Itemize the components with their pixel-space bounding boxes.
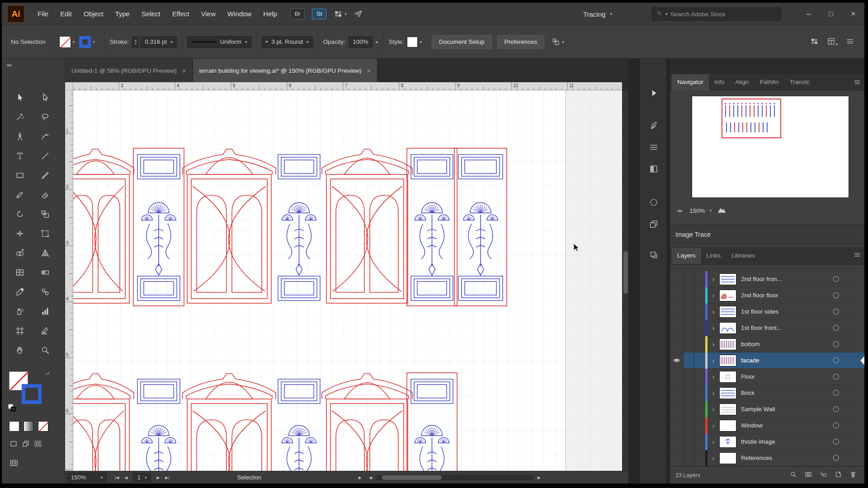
document-canvas[interactable] [73, 90, 622, 471]
layer-name[interactable]: References [741, 455, 833, 461]
first-artboard-button[interactable]: |◀ [115, 475, 119, 480]
layer-target-icon[interactable] [833, 455, 839, 461]
free-transform-tool[interactable] [36, 225, 55, 242]
navigator-proxy-preview[interactable] [692, 96, 849, 198]
collapsed-panel-gradient[interactable] [640, 160, 667, 178]
scroll-left-button[interactable]: ◀ [369, 475, 372, 480]
visibility-toggle[interactable] [670, 401, 684, 418]
layer-target-icon[interactable] [833, 357, 839, 363]
expand-chevron-icon[interactable]: › [708, 292, 719, 299]
chevron-down-icon[interactable]: ▾ [73, 40, 75, 44]
layer-thumbnail[interactable] [719, 355, 736, 366]
layer-target-icon[interactable] [833, 439, 839, 445]
lock-toggle[interactable] [684, 369, 694, 385]
collapsed-panel-brushes[interactable] [640, 117, 667, 135]
app-logo[interactable]: Ai [7, 5, 24, 23]
brush-definition-select[interactable]: • 3 pt. Round ▾ [262, 36, 313, 48]
layers-panel-menu-icon[interactable] [854, 251, 861, 260]
document-layout-icon[interactable]: ▾ [827, 37, 838, 47]
slice-tool[interactable] [36, 322, 55, 339]
adobe-stock-search[interactable]: ▾ [652, 7, 781, 21]
layer-target-icon[interactable] [833, 390, 839, 396]
lock-toggle[interactable] [684, 401, 694, 418]
stroke-color-swatch[interactable] [79, 36, 91, 48]
ruler-origin-corner[interactable] [65, 82, 73, 90]
layer-thumbnail[interactable] [719, 306, 736, 318]
make-clipping-mask-button[interactable] [804, 470, 812, 480]
layer-target-icon[interactable] [833, 276, 839, 282]
type-tool[interactable] [10, 147, 29, 164]
collapsed-panel-appearance[interactable] [640, 215, 667, 233]
menu-select[interactable]: Select [136, 3, 166, 25]
menu-edit[interactable]: Edit [54, 3, 78, 25]
magic-wand-tool[interactable] [10, 108, 29, 125]
pen-tool[interactable] [10, 128, 29, 145]
create-sublayer-button[interactable] [819, 470, 827, 480]
layer-row-1st-floor-front[interactable]: ›1st floor front... [670, 320, 864, 336]
layer-row-window[interactable]: ›Window [670, 418, 864, 434]
lock-toggle[interactable] [684, 450, 694, 466]
layers-tab-links[interactable]: Links [701, 248, 726, 264]
navigator-tab-navigator[interactable]: Navigator [672, 74, 709, 90]
expand-chevron-icon[interactable]: › [708, 455, 719, 462]
swap-fill-stroke-icon[interactable] [45, 371, 52, 380]
artboard-number-field[interactable]: 1 ▾ [133, 473, 151, 482]
eraser-tool[interactable] [36, 186, 55, 203]
layer-name[interactable]: 1st floor front... [741, 324, 833, 331]
document-tab-1[interactable]: Untitled-1 @ 58% (RGB/GPU Preview)× [65, 59, 193, 82]
layer-name[interactable]: thistle image [741, 438, 833, 445]
layer-thumbnail[interactable] [719, 436, 736, 448]
collapsed-panel-artboards[interactable] [640, 246, 667, 264]
layer-target-icon[interactable] [833, 325, 839, 331]
expand-chevron-icon[interactable]: › [708, 438, 719, 446]
layers-tab-libraries[interactable]: Libraries [726, 248, 760, 264]
stock-badge[interactable]: St [312, 9, 326, 19]
visibility-toggle[interactable] [670, 369, 684, 385]
layer-row-bottom[interactable]: ›bottom [670, 336, 864, 352]
stock-search-input[interactable] [670, 11, 756, 18]
layer-name[interactable]: Brick [741, 389, 833, 396]
opacity-options-arrow[interactable]: ▸ [376, 39, 378, 44]
lock-toggle[interactable] [684, 418, 694, 434]
layer-name[interactable]: Window [741, 422, 833, 429]
perspective-grid-tool[interactable] [36, 244, 55, 261]
visibility-toggle[interactable] [670, 304, 684, 320]
artboard-tool[interactable] [10, 322, 29, 339]
navigator-zoom-select[interactable]: 150% ▾ [689, 207, 712, 214]
tab-close-icon[interactable]: × [367, 67, 371, 75]
mesh-tool[interactable] [10, 264, 29, 281]
layer-row-2nd-floor-fron[interactable]: ›2nd floor fron... [670, 271, 864, 287]
layer-name[interactable]: 2nd floor floor [741, 292, 833, 299]
expand-chevron-icon[interactable]: › [708, 308, 719, 315]
visibility-toggle[interactable] [670, 336, 684, 352]
rectangle-tool[interactable] [10, 167, 29, 183]
expand-chevron-icon[interactable]: › [708, 406, 719, 413]
visibility-toggle[interactable] [670, 385, 684, 401]
layer-name[interactable]: Floor [741, 373, 833, 380]
visibility-toggle[interactable] [670, 287, 684, 304]
navigator-tab-align[interactable]: Align [730, 74, 754, 90]
scale-tool[interactable] [36, 206, 55, 222]
menu-object[interactable]: Object [78, 3, 109, 25]
layer-thumbnail[interactable] [719, 322, 736, 334]
width-tool[interactable] [10, 225, 29, 242]
eyedropper-tool[interactable] [10, 283, 29, 300]
layer-thumbnail[interactable] [719, 404, 736, 415]
collapsed-panel-stroke[interactable] [640, 138, 667, 156]
layer-target-icon[interactable] [833, 292, 839, 298]
layer-thumbnail[interactable] [719, 338, 736, 350]
previous-artboard-button[interactable]: ◀ [124, 475, 127, 480]
chevron-down-icon[interactable]: ▾ [93, 40, 95, 44]
draw-behind-icon[interactable] [21, 439, 30, 450]
document-setup-button[interactable]: Document Setup [432, 35, 492, 49]
opacity-field[interactable]: 100% [349, 36, 373, 48]
selection-tool[interactable] [10, 89, 29, 106]
stroke-weight-select[interactable]: 0.316 pt ▾ [141, 36, 176, 48]
symbol-sprayer-tool[interactable] [10, 303, 29, 319]
status-menu-arrow[interactable]: ▶ [359, 475, 362, 480]
pathfinder-options-icon[interactable]: ▾ [552, 38, 564, 46]
layer-thumbnail[interactable] [719, 387, 736, 399]
tab-close-icon[interactable]: × [182, 67, 186, 75]
delete-layer-button[interactable] [849, 470, 857, 480]
direct-selection-tool[interactable] [36, 89, 55, 106]
